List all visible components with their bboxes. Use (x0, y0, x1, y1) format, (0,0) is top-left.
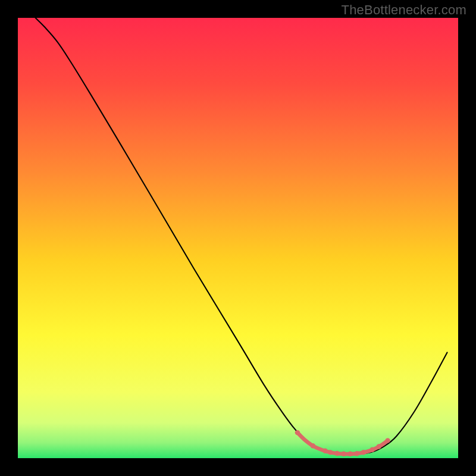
chart-svg (18, 18, 458, 458)
marker-dot (322, 449, 327, 453)
marker-dot (385, 438, 390, 443)
marker-dot (328, 450, 333, 455)
marker-dot (348, 452, 353, 456)
marker-dot (370, 447, 375, 452)
marker-dot (311, 443, 315, 448)
marker-dot (295, 430, 300, 435)
marker-dot (355, 451, 359, 456)
marker-dot (334, 451, 339, 456)
marker-dot (361, 450, 366, 455)
chart-frame (18, 18, 458, 458)
watermark-text: TheBottlenecker.com (342, 2, 466, 18)
marker-dot (341, 452, 346, 456)
marker-dot (377, 444, 381, 449)
